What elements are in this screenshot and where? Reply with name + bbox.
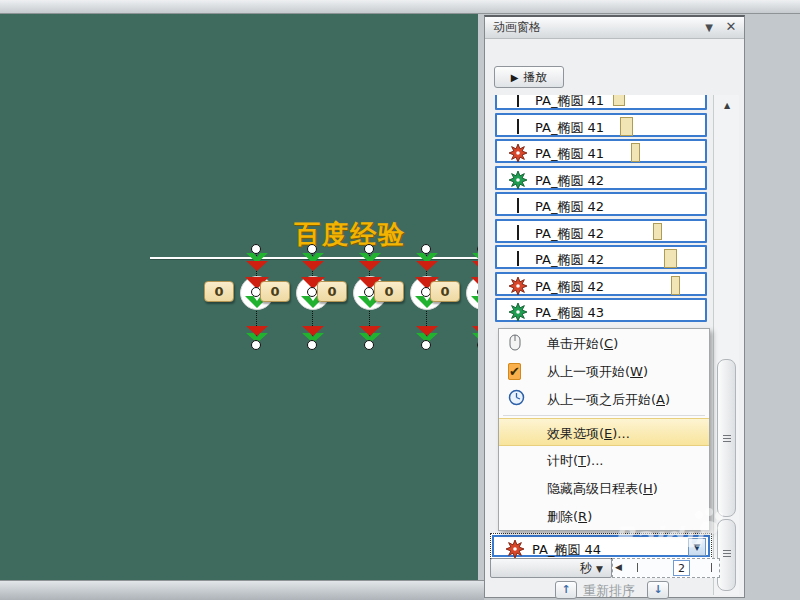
play-button-label: 播放 bbox=[523, 70, 547, 84]
scroll-up-icon[interactable]: ▲ bbox=[714, 99, 740, 113]
anim-list-item[interactable]: PA_椭圆 42 bbox=[495, 272, 707, 296]
vertical-line-icon bbox=[509, 118, 527, 136]
timeline-tick bbox=[711, 563, 712, 572]
no-icon bbox=[508, 506, 528, 526]
mouse-icon bbox=[508, 333, 528, 353]
timing-bar[interactable] bbox=[664, 249, 677, 268]
no-icon bbox=[508, 478, 528, 498]
menu-item-label: 单击开始(C) bbox=[547, 335, 618, 353]
star-green-icon bbox=[509, 171, 527, 189]
menu-item-label: 效果选项(E)... bbox=[547, 425, 630, 443]
play-button[interactable]: ▶播放 bbox=[494, 66, 564, 88]
animation-order-badge[interactable]: 0 bbox=[204, 281, 234, 302]
no-icon bbox=[508, 423, 528, 443]
menu-item-label: 从上一项开始(W) bbox=[547, 363, 648, 381]
context-menu: 单击开始(C)✔从上一项开始(W)从上一项之后开始(A)效果选项(E)...计时… bbox=[498, 328, 710, 531]
no-icon bbox=[508, 450, 528, 470]
menu-item-label: 计时(T)... bbox=[547, 452, 604, 470]
timeline-ruler[interactable]: ◀ 2 bbox=[612, 558, 720, 578]
reorder-controls: ↑ 重新排序 ↓ bbox=[485, 581, 744, 600]
star-red-icon bbox=[509, 277, 527, 295]
vertical-line-icon bbox=[509, 197, 527, 215]
anim-item-label: PA_椭圆 42 bbox=[535, 278, 604, 296]
timeline-tick bbox=[637, 563, 638, 572]
anim-list-item[interactable]: PA_椭圆 42 bbox=[495, 245, 707, 269]
play-icon: ▶ bbox=[511, 72, 519, 83]
list-scrollbar[interactable]: ▲ bbox=[713, 95, 739, 595]
vertical-line-icon bbox=[509, 250, 527, 268]
slide-canvas[interactable]: 百度经验 00000 bbox=[0, 14, 478, 580]
star-red-icon bbox=[509, 144, 527, 162]
timing-bar[interactable] bbox=[671, 276, 680, 295]
status-bar bbox=[0, 580, 484, 600]
menu-item-r[interactable]: 删除(R) bbox=[499, 502, 709, 530]
anim-item-label: PA_椭圆 42 bbox=[535, 172, 604, 190]
animation-order-badge[interactable]: 0 bbox=[430, 281, 460, 302]
timing-bar[interactable] bbox=[620, 117, 633, 136]
chevron-down-icon[interactable]: ▼ bbox=[701, 21, 717, 35]
clock-icon bbox=[508, 389, 528, 409]
pane-header: 动画窗格 ▼ ✕ bbox=[485, 17, 744, 39]
menu-item-label: 从上一项之后开始(A) bbox=[547, 391, 670, 409]
animation-order-badge[interactable]: 0 bbox=[374, 281, 404, 302]
star-red-icon bbox=[506, 540, 524, 558]
timing-bar[interactable] bbox=[613, 95, 625, 106]
application-window: 百度经验 00000 动画窗格 ▼ ✕ ▶播放 PA_椭圆 41PA_椭圆 41… bbox=[0, 0, 800, 600]
animation-pane: 动画窗格 ▼ ✕ ▶播放 PA_椭圆 41PA_椭圆 41PA_椭圆 41PA_… bbox=[484, 15, 745, 598]
timing-bar[interactable] bbox=[653, 223, 662, 240]
menu-item-a[interactable]: 从上一项之后开始(A) bbox=[499, 385, 709, 413]
anim-item-label: PA_椭圆 43 bbox=[535, 304, 604, 322]
check-icon: ✔ bbox=[508, 361, 528, 381]
anim-list-item[interactable]: PA_椭圆 41 bbox=[495, 113, 707, 137]
menu-item-t[interactable]: 计时(T)... bbox=[499, 446, 709, 474]
reorder-label: 重新排序 bbox=[583, 582, 635, 600]
anim-list-item-selected[interactable]: PA_椭圆 44 ▼ bbox=[490, 533, 712, 559]
anim-list-item[interactable]: PA_椭圆 42 bbox=[495, 166, 707, 190]
pane-title: 动画窗格 bbox=[493, 20, 541, 34]
menu-item-h[interactable]: 隐藏高级日程表(H) bbox=[499, 474, 709, 502]
anim-list-item[interactable]: PA_椭圆 41 bbox=[495, 95, 707, 110]
animation-marker-cluster[interactable] bbox=[466, 244, 478, 352]
animation-order-badge[interactable]: 0 bbox=[260, 281, 290, 302]
anim-list-item[interactable]: PA_椭圆 41 bbox=[495, 139, 707, 163]
anim-list-item[interactable]: PA_椭圆 42 bbox=[495, 219, 707, 243]
anim-item-label: PA_椭圆 41 bbox=[535, 119, 604, 137]
star-green-icon bbox=[509, 303, 527, 321]
anim-item-label: PA_椭圆 42 bbox=[535, 251, 604, 269]
anim-item-label: PA_椭圆 42 bbox=[535, 198, 604, 216]
animation-order-badge[interactable]: 0 bbox=[317, 281, 347, 302]
seconds-dropdown[interactable]: 秒▼ bbox=[490, 558, 612, 578]
animation-list: PA_椭圆 41PA_椭圆 41PA_椭圆 41PA_椭圆 42PA_椭圆 42… bbox=[491, 95, 713, 327]
seconds-label: 秒 bbox=[580, 561, 592, 575]
menu-item-w[interactable]: ✔从上一项开始(W) bbox=[499, 357, 709, 385]
menu-item-c[interactable]: 单击开始(C) bbox=[499, 329, 709, 357]
anim-list-item[interactable]: PA_椭圆 43 bbox=[495, 298, 707, 322]
timing-bar[interactable] bbox=[631, 143, 640, 162]
close-icon[interactable]: ✕ bbox=[723, 19, 739, 35]
move-earlier-button[interactable]: ↑ bbox=[555, 581, 577, 599]
scrollbar-thumb[interactable] bbox=[717, 359, 736, 517]
vertical-line-icon bbox=[509, 95, 527, 109]
menu-item-label: 隐藏高级日程表(H) bbox=[547, 480, 658, 498]
timeline-time-value: 2 bbox=[673, 560, 690, 576]
menu-item-label: 删除(R) bbox=[547, 508, 592, 526]
menu-separator bbox=[503, 415, 705, 416]
anim-item-label: PA_椭圆 41 bbox=[535, 145, 604, 163]
menu-item-e[interactable]: 效果选项(E)... bbox=[499, 418, 709, 446]
anim-list-item[interactable]: PA_椭圆 42 bbox=[495, 192, 707, 216]
item-dropdown-button[interactable]: ▼ bbox=[688, 538, 706, 556]
chevron-down-icon: ▼ bbox=[596, 564, 603, 574]
anim-item-label: PA_椭圆 42 bbox=[535, 225, 604, 243]
timeline-left-arrow-icon[interactable]: ◀ bbox=[615, 562, 622, 572]
move-later-button[interactable]: ↓ bbox=[647, 581, 669, 599]
window-top-strip bbox=[0, 0, 800, 14]
anim-item-label: PA_椭圆 41 bbox=[535, 95, 604, 110]
vertical-line-icon bbox=[509, 224, 527, 242]
anim-item-label: PA_椭圆 44 bbox=[532, 541, 601, 559]
